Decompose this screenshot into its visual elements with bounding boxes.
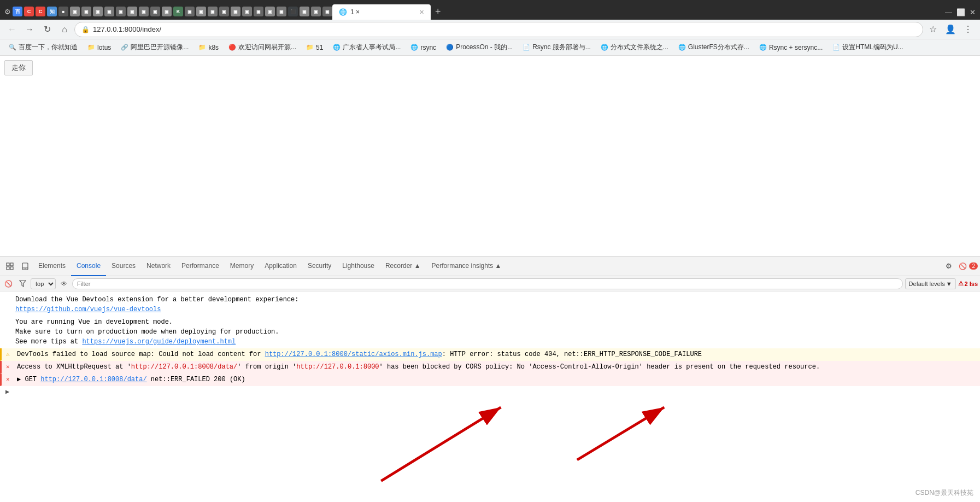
eye-icon[interactable]: 👁: [58, 278, 70, 290]
bookmark-icon-rsync-sersync: 🌐: [759, 44, 767, 51]
ext-icon-22[interactable]: ▣: [254, 7, 263, 16]
bookmark-alibaba[interactable]: 🔗 阿里巴巴开源镜像...: [116, 41, 193, 54]
bookmark-lotus[interactable]: 📁 lotus: [83, 42, 115, 53]
ext-icon-17[interactable]: ▣: [196, 7, 206, 16]
svg-rect-2: [10, 263, 13, 266]
minimize-icon[interactable]: —: [945, 8, 952, 16]
ext-icon-26[interactable]: ▣: [300, 7, 309, 16]
dt-tab-elements[interactable]: Elements: [33, 256, 71, 276]
page-content: 走你: [0, 56, 980, 256]
dt-tab-memory[interactable]: Memory: [225, 256, 259, 276]
bookmark-distributed[interactable]: 🌐 分布式文件系统之...: [596, 41, 673, 54]
ext-icon-28[interactable]: ▣: [322, 7, 332, 16]
ext-icon-7[interactable]: ▣: [81, 7, 91, 16]
home-button[interactable]: ⌂: [57, 22, 72, 37]
dt-tab-perf-insights[interactable]: Performance insights ▲: [426, 256, 507, 276]
clear-console-button[interactable]: 🚫: [2, 278, 14, 290]
bookmark-label-processon: ProcessOn - 我的...: [456, 43, 513, 52]
profile-icon[interactable]: 👤: [943, 22, 958, 37]
bookmark-51[interactable]: 📁 51: [302, 42, 327, 53]
bookmark-icon-k8s: 📁: [198, 44, 206, 51]
console-prompt-line[interactable]: [0, 386, 980, 389]
cors-error-msg: Access to XMLHttpRequest at 'http://127.…: [17, 363, 820, 371]
ext-icon-12[interactable]: ▣: [139, 7, 149, 16]
ext-icon-13[interactable]: ▣: [150, 7, 160, 16]
svg-point-6: [25, 268, 25, 268]
ext-icon-1[interactable]: 百: [13, 7, 22, 16]
ext-icon-20[interactable]: ▣: [231, 7, 240, 16]
devtools-settings-button[interactable]: ⚙: [941, 259, 956, 274]
ext-icon-8[interactable]: ▣: [93, 7, 103, 16]
address-bar[interactable]: 🔒 127.0.0.1:8000/index/: [74, 22, 923, 37]
ext-icon-27[interactable]: ▣: [311, 7, 321, 16]
ext-icon-25[interactable]: ⬛: [288, 7, 298, 16]
bookmark-k8s[interactable]: 📁 k8s: [194, 42, 223, 53]
dt-tab-console[interactable]: Console: [71, 256, 106, 276]
data-link[interactable]: http://127.0.0.1:8008/data/: [40, 376, 146, 383]
dt-tab-application[interactable]: Application: [259, 256, 302, 276]
ext-icon-2[interactable]: C: [24, 7, 34, 16]
bookmark-icon-lotus: 📁: [87, 44, 95, 51]
ext-icon-21[interactable]: ▣: [242, 7, 252, 16]
ext-icon-4[interactable]: 知: [47, 7, 57, 16]
bookmark-html[interactable]: 📄 设置HTML编码为U...: [828, 41, 907, 54]
bookmark-rsync2[interactable]: 📄 Rsync 服务部署与...: [518, 41, 595, 54]
bookmark-baidu[interactable]: 🔍 百度一下，你就知道: [4, 41, 82, 54]
vue-tips-link[interactable]: https://vuejs.org/guide/deployment.html: [82, 338, 236, 346]
refresh-button[interactable]: ↻: [39, 22, 55, 37]
context-selector[interactable]: top: [31, 278, 56, 289]
ext-icon-24[interactable]: ▣: [277, 7, 286, 16]
back-button[interactable]: ←: [4, 22, 20, 37]
devtools-inspect-button[interactable]: [2, 259, 17, 274]
ext-icon-23[interactable]: ▣: [265, 7, 275, 16]
vue-devtools-link[interactable]: https://github.com/vuejs/vue-devtools: [15, 306, 161, 313]
dt-tab-console-label: Console: [77, 262, 101, 270]
default-levels-label: Default levels: [909, 281, 945, 287]
tab-favicon: 🌐: [339, 8, 347, 16]
dt-tab-sources[interactable]: Sources: [106, 256, 141, 276]
bookmark-glusterfs[interactable]: 🌐 GlusterFS分布式存...: [674, 41, 754, 54]
ext-icon-5[interactable]: ■: [58, 7, 68, 16]
settings-icon[interactable]: ⚙: [4, 8, 11, 16]
bookmark-icon-processon: 🔵: [446, 44, 454, 51]
console-filter-icon[interactable]: [16, 278, 28, 290]
zou-ni-button[interactable]: 走你: [4, 60, 33, 75]
bookmark-icon-wangyi: 🔴: [228, 44, 236, 51]
bookmark-rsync-sersync[interactable]: 🌐 Rsync + sersync...: [755, 42, 827, 53]
bookmark-icon[interactable]: ☆: [925, 22, 941, 37]
ext-icon-16[interactable]: ▣: [185, 7, 195, 16]
ext-icon-3[interactable]: C: [36, 7, 45, 16]
forward-button[interactable]: →: [22, 22, 37, 37]
more-menu-button[interactable]: ⋮: [960, 22, 976, 37]
ext-icon-10[interactable]: ▣: [116, 7, 126, 16]
dt-tab-performance[interactable]: Performance: [176, 256, 225, 276]
ext-icon-9[interactable]: ▣: [104, 7, 114, 16]
dt-tab-security[interactable]: Security: [302, 256, 337, 276]
axios-map-link[interactable]: http://127.0.0.1:8000/static/axios.min.j…: [265, 351, 442, 358]
ext-icon-14[interactable]: ▣: [162, 7, 172, 16]
close-window-icon[interactable]: ✕: [970, 8, 976, 16]
dt-tab-network[interactable]: Network: [141, 256, 176, 276]
tab-close-button[interactable]: ✕: [419, 9, 424, 16]
bookmark-icon-html: 📄: [832, 44, 840, 51]
ext-icon-18[interactable]: ▣: [208, 7, 218, 16]
ext-icon-11[interactable]: ▣: [127, 7, 137, 16]
new-tab-button[interactable]: +: [431, 6, 445, 17]
bookmark-rsync[interactable]: 🌐 rsync: [406, 42, 441, 53]
console-output[interactable]: Download the Vue Devtools extension for …: [0, 291, 980, 502]
filter-input[interactable]: [72, 278, 903, 289]
dt-tab-recorder[interactable]: Recorder ▲: [380, 256, 426, 276]
maximize-icon[interactable]: ⬜: [956, 8, 965, 16]
ext-icon-6[interactable]: ▣: [70, 7, 80, 16]
active-tab[interactable]: 🌐 1 × ✕: [332, 4, 431, 20]
ext-icon-19[interactable]: ▣: [219, 7, 229, 16]
default-levels-button[interactable]: Default levels ▼: [905, 278, 956, 289]
console-line-vue-devtools: Download the Vue Devtools extension for …: [0, 294, 980, 316]
bookmark-wangyi[interactable]: 🔴 欢迎访问网易开源...: [224, 41, 301, 54]
dt-tab-lighthouse[interactable]: Lighthouse: [337, 256, 380, 276]
bookmark-processon[interactable]: 🔵 ProcessOn - 我的...: [442, 41, 517, 54]
bookmark-gd[interactable]: 🌐 广东省人事考试局...: [328, 41, 405, 54]
dt-tab-memory-label: Memory: [230, 262, 254, 270]
devtools-device-button[interactable]: [17, 259, 33, 274]
ext-icon-15[interactable]: K: [173, 7, 183, 16]
